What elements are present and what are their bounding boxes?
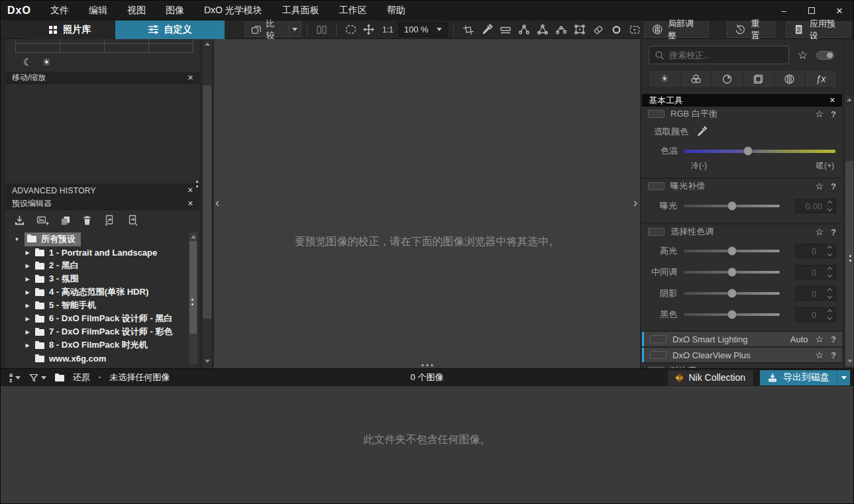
favorite-star-icon[interactable]: ☆ (815, 350, 824, 360)
split-view-icon[interactable] (316, 25, 327, 35)
zoom-level-dropdown[interactable]: 100 % (398, 23, 448, 37)
apply-preset-button[interactable]: 应用预设 (786, 22, 851, 38)
moon-icon[interactable]: ☾ (23, 56, 32, 68)
favorite-star-icon[interactable]: ☆ (815, 109, 824, 119)
spin-up-icon[interactable] (827, 201, 832, 205)
right-panel-scrollbar[interactable] (843, 39, 854, 368)
exposure-checkbox[interactable] (648, 182, 665, 190)
blacks-value-input[interactable]: 0 (795, 307, 836, 322)
collapse-arrow-icon[interactable]: ▶ (25, 263, 30, 269)
preset-folder-5[interactable]: ▶5 - 智能手机 (6, 299, 199, 312)
preset-folder-www[interactable]: www.x6g.com (6, 352, 199, 365)
preset-editor-close-icon[interactable]: ✕ (187, 199, 193, 208)
horizon-tool-icon[interactable] (500, 24, 511, 35)
current-folder-icon[interactable] (55, 375, 64, 381)
menu-workspace[interactable]: 工作区 (329, 1, 377, 21)
active-corrections-toggle[interactable] (816, 51, 834, 60)
clearview-checkbox[interactable] (650, 351, 667, 359)
import-preset-icon[interactable] (14, 215, 25, 226)
menu-image[interactable]: 图像 (156, 1, 194, 21)
menu-edit[interactable]: 编辑 (79, 1, 117, 21)
blacks-slider-handle[interactable] (727, 310, 737, 319)
help-icon[interactable]: ? (831, 109, 836, 119)
menu-optics-modules[interactable]: DxO 光学模块 (194, 1, 272, 21)
collapse-arrow-icon[interactable]: ▶ (25, 289, 30, 295)
highlights-value-input[interactable]: 0 (795, 244, 836, 258)
preset-folder-3[interactable]: ▶3 - 氛围 (6, 272, 199, 285)
collapse-arrow-icon[interactable]: ▶ (25, 316, 30, 322)
collapse-right-panel-icon[interactable]: › (633, 197, 637, 209)
preset-folder-8[interactable]: ▶8 - DxO FilmPack 时光机 (6, 338, 199, 352)
restore-label[interactable]: 还原 (73, 372, 90, 383)
delete-preset-icon[interactable] (82, 215, 92, 226)
zoom-1to1-button[interactable]: 1:1 (382, 25, 394, 34)
control-points-polygon-icon[interactable] (537, 24, 549, 35)
menu-view[interactable]: 视图 (117, 1, 156, 21)
collapse-arrow-icon[interactable]: ▶ (25, 342, 30, 348)
collapse-arrow-icon[interactable]: ▶ (25, 329, 30, 335)
spin-down-icon[interactable] (827, 207, 832, 211)
local-adjustments-button[interactable]: 局部调整 (644, 22, 710, 38)
export-preset-icon[interactable] (103, 215, 115, 226)
search-input[interactable] (669, 50, 769, 60)
advanced-history-close-icon[interactable]: ✕ (187, 186, 193, 195)
preset-folder-1[interactable]: ▶1 - Portrait and Landscape (6, 246, 199, 259)
temperature-slider[interactable] (684, 150, 835, 153)
category-color-button[interactable] (680, 70, 712, 87)
preset-folder-4[interactable]: ▶4 - 高动态范围(单张 HDR) (6, 285, 199, 299)
basic-tools-close-icon[interactable]: ✕ (829, 96, 835, 105)
favorites-filter-star-icon[interactable]: ☆ (798, 48, 808, 62)
grid-points-tool-icon[interactable] (574, 24, 586, 35)
menu-help[interactable]: 帮助 (377, 1, 415, 21)
move-tool-icon[interactable] (363, 24, 374, 35)
sun-icon[interactable]: ☀ (42, 56, 50, 68)
exposure-slider-handle[interactable] (727, 201, 737, 211)
selective-tone-checkbox[interactable] (648, 228, 665, 236)
tab-photolibrary[interactable]: 照片库 (27, 21, 113, 39)
category-detail-button[interactable] (712, 70, 743, 87)
sort-dropdown[interactable]: az (9, 372, 21, 383)
midtones-slider-handle[interactable] (727, 268, 737, 277)
category-light-button[interactable]: ☀ (649, 70, 680, 87)
highlights-slider[interactable] (684, 250, 780, 252)
shadows-slider-handle[interactable] (727, 289, 737, 298)
preset-folder-7[interactable]: ▶7 - DxO FilmPack 设计师 - 彩色 (6, 325, 199, 338)
eyedropper-tool-icon[interactable] (481, 24, 493, 36)
selection-frame-icon[interactable] (629, 24, 641, 35)
midtones-slider[interactable] (684, 271, 780, 274)
collapse-arrow-icon[interactable]: ▶ (25, 250, 30, 256)
smart-lighting-checkbox[interactable] (650, 335, 667, 343)
temperature-slider-handle[interactable] (743, 146, 753, 156)
search-box[interactable] (649, 46, 789, 64)
fit-screen-icon[interactable] (345, 25, 356, 34)
preset-folder-6[interactable]: ▶6 - DxO FilmPack 设计师 - 黑白 (6, 312, 199, 325)
white-balance-checkbox[interactable] (648, 110, 665, 118)
crop-tool-icon[interactable] (462, 24, 474, 36)
blacks-slider[interactable] (684, 313, 780, 316)
exposure-slider[interactable] (684, 205, 780, 207)
highlights-slider-handle[interactable] (727, 246, 737, 256)
shadows-value-input[interactable]: 0 (795, 286, 836, 301)
category-local-adjustments-button[interactable] (774, 70, 806, 87)
category-watermark-effects-button[interactable]: ƒx (806, 70, 836, 87)
preset-folder-all[interactable]: ▼ 所有预设 (6, 232, 199, 246)
compare-button[interactable]: 比较 (244, 22, 290, 37)
move-zoom-close-icon[interactable]: ✕ (187, 74, 193, 82)
pick-color-eyedropper-icon[interactable] (696, 126, 709, 138)
preset-folder-2[interactable]: ▶2 - 黑白 (6, 259, 199, 272)
browser-splitter-grip[interactable] (421, 364, 433, 366)
favorite-star-icon[interactable]: ☆ (815, 334, 824, 344)
smart-lighting-mode[interactable]: Auto (790, 334, 808, 344)
midtones-value-input[interactable]: 0 (795, 265, 836, 279)
left-panel-scrollbar[interactable] (202, 39, 212, 368)
control-points-line-icon[interactable] (518, 24, 530, 35)
reset-button[interactable]: 重置 (727, 22, 775, 38)
help-icon[interactable]: ? (831, 181, 836, 191)
favorite-star-icon[interactable]: ☆ (815, 227, 824, 237)
nik-collection-button[interactable]: Nik Collection (668, 370, 753, 385)
export-preset-as-icon[interactable] (127, 215, 138, 226)
filter-dropdown[interactable] (29, 374, 46, 382)
preset-tree-scrollbar[interactable] (189, 232, 197, 364)
category-geometry-button[interactable] (743, 70, 774, 87)
duplicate-preset-icon[interactable] (60, 215, 71, 226)
